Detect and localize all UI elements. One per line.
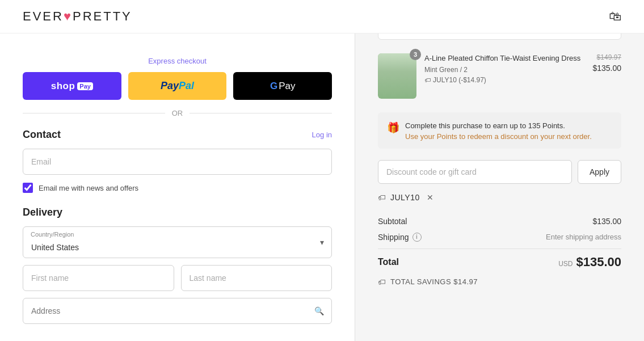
address-search-icon: 🔍	[314, 306, 324, 315]
g-logo: G	[270, 81, 277, 92]
newsletter-checkbox[interactable]	[23, 183, 33, 193]
product-details: A-Line Pleated Chiffon Tie-Waist Evening…	[424, 53, 584, 84]
total-label: Total	[378, 257, 399, 267]
product-image-inner	[378, 53, 416, 99]
or-divider: OR	[23, 109, 332, 117]
tag-icon: 🏷	[424, 77, 431, 83]
last-name-field[interactable]	[181, 265, 332, 291]
savings-tag-icon: 🏷	[378, 277, 386, 287]
subtotal-row: Subtotal $135.00	[378, 213, 621, 229]
logo-text-2: PRETTY	[73, 9, 132, 23]
newsletter-checkbox-row: Email me with news and offers	[23, 183, 332, 193]
log-in-link[interactable]: Log in	[312, 130, 332, 139]
shipping-label: Shipping i	[378, 233, 422, 242]
applied-tag-icon: 🏷	[378, 193, 386, 202]
paypal-button[interactable]: PayPal	[128, 72, 227, 100]
shop-pay-badge: Pay	[77, 82, 93, 90]
gpay-button[interactable]: G Pay	[233, 72, 332, 100]
price-original: $149.97	[592, 53, 621, 61]
logo-heart-icon: ♥	[64, 9, 73, 23]
shop-pay-button[interactable]: shop Pay	[23, 72, 121, 100]
points-main-text: Complete this purchase to earn up to 135…	[405, 120, 592, 132]
express-checkout-label: Express checkout	[23, 57, 332, 65]
product-badge-count: 3	[410, 49, 421, 60]
paypal-text: PayPal	[161, 80, 194, 92]
product-variant: Mint Green / 2	[424, 66, 584, 74]
name-row	[23, 265, 332, 291]
product-discount: 🏷 JULY10 (-$14.97)	[424, 76, 584, 84]
price-current: $135.00	[592, 64, 621, 73]
site-header: EVER♥PRETTY 🛍	[0, 0, 644, 33]
delivery-title: Delivery	[23, 207, 332, 218]
product-discount-code: JULY10 (-$14.97)	[433, 76, 486, 84]
savings-row: 🏷 TOTAL SAVINGS $14.97	[378, 274, 621, 290]
shipping-value: Enter shipping address	[546, 233, 621, 241]
logo-text-1: EVER	[23, 9, 64, 23]
savings-text: TOTAL SAVINGS $14.97	[390, 277, 478, 286]
country-select-wrapper: Country/Region United States ▾	[23, 226, 332, 258]
total-row: Total USD $135.00	[378, 249, 621, 274]
contact-section-header: Contact Log in	[23, 129, 332, 141]
site-logo: EVER♥PRETTY	[23, 9, 132, 24]
remove-code-button[interactable]: ✕	[427, 193, 433, 202]
newsletter-label: Email me with news and offers	[39, 184, 138, 192]
first-name-wrapper	[23, 265, 174, 291]
points-banner: 🎁 Complete this purchase to earn up to 1…	[378, 112, 621, 149]
country-select[interactable]: United States	[23, 226, 332, 258]
shop-pay-text: shop	[51, 81, 75, 92]
first-name-field[interactable]	[23, 265, 174, 291]
total-currency: USD	[558, 260, 573, 268]
left-panel: Express checkout shop Pay PayPal G Pay	[0, 0, 355, 341]
right-panel: i FREE SHIPPING ▾ 3 A-Line Pleated Chiff…	[355, 0, 644, 341]
applied-code-row: 🏷 JULY10 ✕	[378, 193, 621, 202]
address-field[interactable]	[23, 298, 332, 324]
delivery-section: Delivery Country/Region United States ▾	[23, 207, 332, 324]
express-buttons: shop Pay PayPal G Pay	[23, 72, 332, 100]
contact-title: Contact	[23, 129, 61, 141]
discount-row: Apply	[378, 160, 621, 184]
cart-icon[interactable]: 🛍	[609, 9, 621, 24]
shipping-info-icon[interactable]: i	[413, 233, 422, 242]
product-item: 3 A-Line Pleated Chiffon Tie-Waist Eveni…	[378, 51, 621, 101]
discount-input[interactable]	[378, 160, 572, 184]
total-amount: $135.00	[576, 255, 621, 270]
address-wrapper: 🔍	[23, 298, 332, 324]
shipping-row: Shipping i Enter shipping address	[378, 229, 621, 245]
total-right: USD $135.00	[558, 255, 621, 270]
product-image	[378, 53, 416, 99]
applied-code-text: JULY10	[390, 193, 420, 202]
points-link[interactable]: Use your Points to redeem a discount on …	[405, 132, 592, 141]
gift-icon: 🎁	[387, 121, 399, 134]
subtotal-value: $135.00	[592, 217, 621, 226]
gpay-pay-text: Pay	[279, 81, 295, 92]
apply-button[interactable]: Apply	[578, 160, 621, 184]
product-image-wrap: 3	[378, 53, 416, 99]
product-name: A-Line Pleated Chiffon Tie-Waist Evening…	[424, 53, 584, 64]
product-pricing: $149.97 $135.00	[592, 53, 621, 73]
points-content: Complete this purchase to earn up to 135…	[405, 120, 592, 141]
email-field[interactable]	[23, 149, 332, 175]
subtotal-label: Subtotal	[378, 217, 407, 226]
last-name-wrapper	[181, 265, 332, 291]
